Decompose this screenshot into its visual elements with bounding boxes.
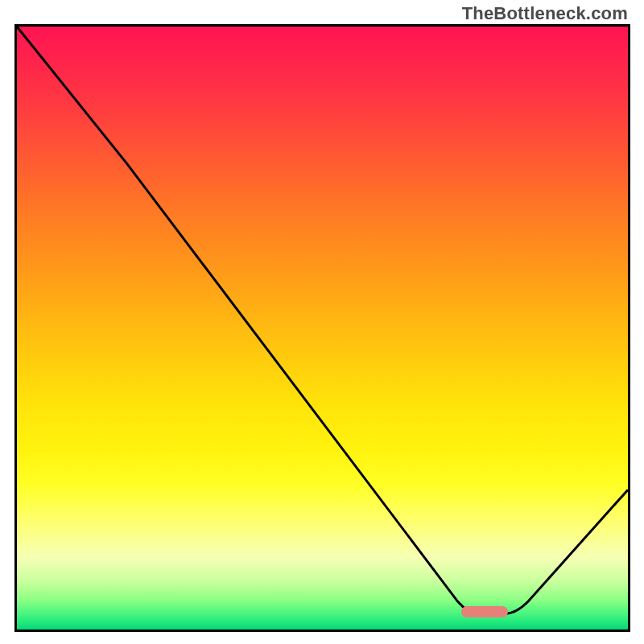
chart-marker	[461, 606, 508, 617]
watermark-label: TheBottleneck.com	[462, 3, 628, 24]
chart-plot-area	[14, 24, 630, 632]
curve-path	[17, 27, 628, 613]
chart-curve	[17, 27, 628, 630]
